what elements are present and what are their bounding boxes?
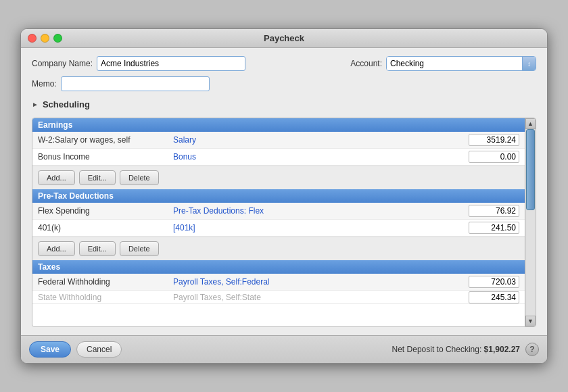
table-row: State Withholding Payroll Taxes, Self:St… (32, 291, 525, 304)
pretax-row-1-amount[interactable] (469, 205, 519, 217)
pretax-row-2-amount-cell (465, 222, 519, 234)
table-row: W-2:Salary or wages, self Salary (32, 132, 525, 149)
taxes-header: Taxes (32, 260, 525, 274)
pretax-row-1-account: Pre-Tax Deductions: Flex (173, 206, 465, 216)
table-row: Flex Spending Pre-Tax Deductions: Flex (32, 203, 525, 220)
footer: Save Cancel Net Deposit to Checking: $1,… (21, 335, 547, 363)
earnings-edit-button[interactable]: Edit... (79, 170, 116, 185)
pretax-row-1-name: Flex Spending (38, 206, 173, 216)
company-name-input[interactable] (97, 56, 245, 71)
taxes-row-1-amount[interactable] (469, 276, 519, 288)
scroll-content: Earnings W-2:Salary or wages, self Salar… (32, 118, 525, 326)
company-name-label: Company Name: (32, 59, 93, 68)
pretax-add-button[interactable]: Add... (38, 241, 75, 256)
scrollbar-track[interactable] (525, 129, 536, 316)
minimize-button[interactable] (41, 34, 49, 43)
pretax-row-1-amount-cell (465, 205, 519, 217)
net-deposit-text: Net Deposit to Checking: $1,902.27 (392, 345, 520, 354)
earnings-row-2-amount-cell (465, 151, 519, 163)
scrollbar: ▲ ▼ (525, 118, 536, 326)
taxes-row-2-name: State Withholding (38, 293, 173, 302)
pre-tax-header: Pre-Tax Deductions (32, 189, 525, 203)
account-dropdown-arrow[interactable]: ↕ (522, 57, 536, 70)
scheduling-row: ► Scheduling (32, 97, 536, 112)
save-button[interactable]: Save (29, 341, 71, 358)
pretax-row-2-account: [401k] (173, 223, 465, 232)
account-select-wrapper: ↕ (386, 56, 536, 71)
net-deposit-prefix: Net Deposit to Checking: (392, 345, 482, 354)
scheduling-label: Scheduling (43, 99, 90, 109)
pretax-edit-button[interactable]: Edit... (79, 241, 116, 256)
pretax-button-row: Add... Edit... Delete (32, 237, 525, 260)
earnings-header: Earnings (32, 118, 525, 132)
earnings-row-1-amount[interactable] (469, 134, 519, 146)
taxes-row-2-amount[interactable] (469, 291, 519, 303)
account-label: Account: (350, 59, 382, 68)
taxes-row-1-name: Federal Withholding (38, 277, 173, 287)
earnings-row-1-account: Salary (173, 135, 465, 145)
maximize-button[interactable] (53, 34, 62, 43)
earnings-row-1-name: W-2:Salary or wages, self (38, 135, 173, 145)
taxes-row-2-amount-cell (465, 291, 519, 303)
table-row: Bonus Income Bonus (32, 149, 525, 166)
earnings-row-2-name: Bonus Income (38, 152, 173, 162)
taxes-row-1-amount-cell (465, 276, 519, 288)
paycheck-window: Paycheck Company Name: Account: ↕ Memo: … (20, 28, 548, 364)
earnings-add-button[interactable]: Add... (38, 170, 75, 185)
window-body: Company Name: Account: ↕ Memo: ► Schedul… (21, 48, 547, 335)
table-row: Federal Withholding Payroll Taxes, Self:… (32, 274, 525, 291)
table-row: 401(k) [401k] (32, 220, 525, 237)
pretax-row-2-amount[interactable] (469, 222, 519, 234)
memo-label: Memo: (32, 79, 57, 89)
cancel-button[interactable]: Cancel (76, 341, 122, 358)
scrollbar-up-arrow[interactable]: ▲ (525, 118, 536, 129)
earnings-row-2-amount[interactable] (469, 151, 519, 163)
scheduling-expand-icon[interactable]: ► (32, 101, 39, 108)
help-button[interactable]: ? (525, 343, 539, 356)
titlebar: Paycheck (21, 29, 547, 48)
memo-input[interactable] (61, 76, 210, 91)
account-input[interactable] (387, 57, 522, 70)
memo-row: Memo: (32, 76, 536, 91)
scroll-area: Earnings W-2:Salary or wages, self Salar… (32, 118, 536, 327)
earnings-row-2-account: Bonus (173, 152, 465, 162)
pretax-delete-button[interactable]: Delete (120, 241, 159, 256)
window-title: Paycheck (264, 33, 304, 43)
earnings-row-1-amount-cell (465, 134, 519, 146)
pretax-row-2-name: 401(k) (38, 223, 173, 232)
taxes-row-1-account: Payroll Taxes, Self:Federal (173, 277, 465, 287)
scrollbar-down-arrow[interactable]: ▼ (525, 316, 536, 326)
taxes-row-2-account: Payroll Taxes, Self:State (173, 293, 465, 302)
net-deposit-value: $1,902.27 (484, 345, 520, 354)
earnings-delete-button[interactable]: Delete (120, 170, 159, 185)
traffic-lights (28, 34, 62, 43)
earnings-button-row: Add... Edit... Delete (32, 166, 525, 189)
company-name-row: Company Name: Account: ↕ (32, 56, 536, 71)
scrollbar-thumb[interactable] (526, 129, 535, 210)
close-button[interactable] (28, 34, 37, 43)
